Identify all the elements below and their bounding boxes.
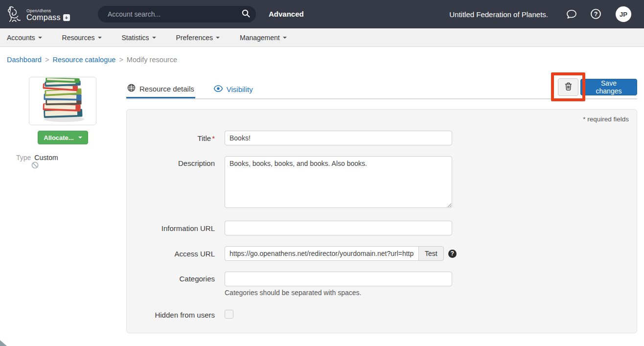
access-url-label: Access URL [137,250,225,258]
trash-icon [565,82,572,92]
tab-bar: Resource details Visibility Save changes [126,78,637,99]
required-fields-note: * required fields [583,115,629,123]
hidden-from-users-label: Hidden from users [137,311,225,319]
access-url-input[interactable] [225,246,419,261]
tab-label: Resource details [139,85,194,93]
chat-button[interactable] [566,8,577,22]
organisation-name: Untitled Federation of Planets. [449,10,548,19]
tab-label: Visibility [227,85,253,93]
hidden-from-users-checkbox[interactable] [225,310,233,319]
chevron-down-icon [152,37,156,39]
menu-item-management[interactable]: Management [240,34,287,42]
title-row: Title* [137,131,629,145]
chevron-down-icon [78,137,82,138]
tab-resource-details[interactable]: Resource details [126,78,195,98]
menu-item-label: Resources [62,34,95,42]
books-stack-image [31,78,94,125]
delete-resource-button[interactable] [558,78,578,96]
openathens-owl-icon [7,4,23,26]
breadcrumb-current: Modify resource [127,56,177,64]
categories-label: Categories [137,272,225,283]
search-button[interactable] [242,9,250,19]
resource-details-panel: * required fields Title* Description Boo… [126,109,637,333]
account-search [98,6,256,23]
information-url-label: Information URL [137,224,225,232]
menu-item-label: Preferences [176,34,213,42]
access-url-help-icon[interactable]: ? [448,250,457,258]
help-button[interactable]: ? [590,8,601,21]
brand-compass-label: Compass [26,14,61,22]
description-row: Description Books, books, books, and boo… [137,156,629,210]
information-url-input[interactable] [225,221,452,235]
menu-item-accounts[interactable]: Accounts [7,34,42,42]
type-label: Type [16,154,31,161]
breadcrumb-separator: > [45,56,49,64]
plus-badge-icon: + [63,14,70,21]
search-icon [242,9,250,19]
tab-visibility[interactable]: Visibility [213,78,254,98]
required-asterisk: * [212,134,215,142]
svg-text:?: ? [594,11,598,18]
resource-thumbnail-card [29,77,96,125]
menu-item-preferences[interactable]: Preferences [176,34,220,42]
breadcrumb-resource-catalogue[interactable]: Resource catalogue [52,56,115,64]
prohibited-icon [31,161,39,171]
eye-icon [214,85,223,93]
access-url-row: Access URL Test ? [137,246,629,261]
breadcrumb-separator: > [119,56,123,64]
brand-logo[interactable]: OpenAthens Compass + [7,4,70,26]
title-label-text: Title [197,134,211,142]
menu-item-label: Statistics [122,34,149,42]
title-label: Title* [137,134,225,142]
resource-details-form: Title* Description Books, books, books, … [137,131,629,321]
main-menu: Accounts Resources Statistics Preference… [0,28,644,47]
save-changes-button[interactable]: Save changes [580,79,637,95]
globe-icon [127,84,136,93]
resource-type-row: Type Custom [16,154,58,161]
allocate-dropdown-button[interactable]: Allocate... [38,131,88,144]
menu-item-statistics[interactable]: Statistics [122,34,156,42]
brand-openathens-label: OpenAthens [26,9,70,13]
hidden-from-users-row: Hidden from users [137,309,629,321]
menu-item-label: Accounts [7,34,35,42]
advanced-search-link[interactable]: Advanced [269,10,304,18]
test-url-button[interactable]: Test [418,246,444,261]
chevron-down-icon [216,37,220,39]
top-navbar: OpenAthens Compass + Advanced Untitled F… [0,0,644,28]
categories-input[interactable] [225,272,452,286]
menu-item-resources[interactable]: Resources [62,34,102,42]
title-input[interactable] [225,131,452,145]
chevron-down-icon [38,37,42,39]
breadcrumb-dashboard[interactable]: Dashboard [7,56,42,64]
information-url-row: Information URL [137,221,629,235]
menu-item-label: Management [240,34,280,42]
breadcrumb: Dashboard > Resource catalogue > Modify … [7,56,177,64]
categories-row: Categories Categories should be separate… [137,272,629,297]
description-textarea[interactable]: Books, books, books, and books. Also boo… [225,156,452,208]
chat-bubble-icon [566,8,577,22]
description-label: Description [137,156,225,167]
chevron-down-icon [283,37,287,39]
type-value: Custom [34,154,58,161]
modify-resource-main: Resource details Visibility Save changes… [126,78,637,333]
chevron-down-icon [98,37,102,39]
help-circle-icon: ? [590,8,601,21]
categories-hint: Categories should be separated with spac… [225,289,452,297]
allocate-label: Allocate... [44,134,73,141]
user-avatar[interactable]: JP [616,6,631,22]
account-search-input[interactable] [108,10,242,18]
corner-artifact [0,340,7,346]
